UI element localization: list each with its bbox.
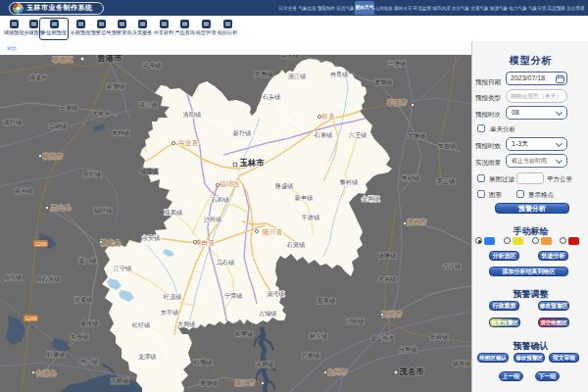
svg-text:金山街道: 金山街道 [370,334,395,342]
svg-text:茶山镇: 茶山镇 [437,177,456,184]
svg-text:武乐镇: 武乐镇 [142,62,162,69]
svg-text:林尘镇: 林尘镇 [309,332,328,339]
svg-text:笕岭镇: 笕岭镇 [430,333,449,341]
svg-text:洛阳镇: 洛阳镇 [183,111,202,119]
svg-text:龙门镇: 龙门镇 [78,257,97,264]
svg-text:沙田镇: 沙田镇 [346,318,365,325]
svg-text:宁潭镇: 宁潭镇 [224,292,243,300]
svg-text:龙潭镇: 龙潭镇 [138,353,157,361]
svg-text:古丁镇: 古丁镇 [443,263,462,270]
svg-text:玉林市: 玉林市 [239,158,265,168]
svg-text:新圩镇: 新圩镇 [232,129,252,136]
svg-text:浪江镇: 浪江镇 [288,73,307,80]
svg-text:贵港市: 贵港市 [96,55,122,63]
svg-text:G209: G209 [34,241,46,247]
svg-text:清湾镇: 清湾镇 [267,290,285,298]
svg-text:福旺镇: 福旺镇 [94,207,113,215]
svg-text:泉水镇: 泉水镇 [80,319,99,326]
svg-text:化州市: 化州市 [327,368,348,376]
svg-text:石颈镇: 石颈镇 [193,359,213,367]
svg-text:东平镇: 东平镇 [161,309,179,316]
svg-text:兴业县: 兴业县 [178,139,199,147]
svg-text:岑溪市: 岑溪市 [387,98,408,107]
svg-text:河唇镇: 河唇镇 [256,361,274,368]
svg-text:城隍镇: 城隍镇 [140,168,159,174]
svg-text:横州市: 横州市 [43,152,64,161]
svg-text:茂名市: 茂名市 [398,367,424,376]
svg-text:三堡镇: 三堡镇 [388,60,407,67]
svg-text:乐民镇: 乐民镇 [83,171,102,177]
svg-text:那务镇: 那务镇 [318,297,336,305]
svg-text:南圩镇: 南圩镇 [4,119,23,125]
svg-text:博白县: 博白县 [195,239,216,247]
svg-text:浦北县: 浦北县 [101,239,122,247]
svg-text:黎村镇: 黎村镇 [340,178,359,186]
svg-text:罗秀镇: 罗秀镇 [255,71,273,78]
svg-text:自良镇: 自良镇 [330,71,349,78]
svg-text:镇隆镇: 镇隆镇 [377,252,397,259]
svg-text:石和镇: 石和镇 [211,196,230,204]
svg-text:隆盛镇: 隆盛镇 [275,182,294,190]
svg-text:石头镇: 石头镇 [262,93,281,101]
svg-text:古城镇: 古城镇 [259,310,277,318]
svg-text:覃塘区: 覃塘区 [53,56,74,63]
svg-text:南乡镇: 南乡镇 [15,187,33,194]
svg-text:砚珠镇: 砚珠镇 [453,360,471,368]
svg-text:官桥镇: 官桥镇 [302,352,320,359]
svg-text:大垌镇: 大垌镇 [177,320,196,327]
svg-text:高州市: 高州市 [382,310,403,318]
svg-text:大井镇: 大井镇 [378,275,397,282]
svg-text:石窝镇: 石窝镇 [286,241,306,249]
svg-text:石康镇: 石康镇 [46,351,66,359]
svg-text:G209: G209 [24,316,36,321]
svg-text:波塘镇: 波塘镇 [374,78,393,86]
svg-text:新塘镇: 新塘镇 [106,82,125,90]
svg-text:江宁镇: 江宁镇 [114,265,132,272]
svg-text:张黄镇: 张黄镇 [74,296,93,304]
svg-text:双凤镇: 双凤镇 [165,209,183,216]
svg-text:镇龙乡: 镇龙乡 [28,74,48,80]
svg-text:雅塘镇: 雅塘镇 [200,379,219,387]
svg-text:沙田镇: 沙田镇 [204,216,222,223]
svg-text:湛江镇: 湛江镇 [139,101,158,109]
svg-text:高桥镇: 高桥镇 [111,377,129,384]
svg-text:旺茂镇: 旺茂镇 [164,293,182,300]
svg-text:平政镇: 平政镇 [301,214,320,220]
svg-text:合浦县: 合浦县 [36,369,57,377]
svg-text:大岭乡: 大岭乡 [92,110,111,117]
svg-text:新丰镇: 新丰镇 [294,194,314,201]
svg-text:廉江市: 廉江市 [235,378,256,387]
svg-text:白石水镇: 白石水镇 [36,275,62,283]
svg-text:木梓镇: 木梓镇 [112,129,130,136]
svg-text:金垌镇: 金垌镇 [362,195,380,202]
svg-text:石寨镇: 石寨镇 [314,131,333,139]
svg-text:分界镇: 分界镇 [399,346,417,353]
svg-text:伯劳镇: 伯劳镇 [4,273,23,281]
svg-text:马岭镇: 马岭镇 [49,122,68,129]
svg-text:乌石镇: 乌石镇 [217,259,235,267]
svg-text:福绵区: 福绵区 [220,180,240,188]
svg-text:灵山县: 灵山县 [51,204,72,212]
svg-text:松旺镇: 松旺镇 [132,321,151,328]
svg-text:容县: 容县 [321,113,335,120]
svg-text:加益镇: 加益镇 [438,142,457,149]
svg-text:朱砂镇: 朱砂镇 [402,174,420,181]
svg-text:大隆镇: 大隆镇 [408,132,426,139]
svg-text:陆川县: 陆川县 [263,228,283,235]
svg-text:信宜市: 信宜市 [407,218,427,226]
svg-text:六王镇: 六王镇 [349,131,368,138]
svg-text:和寮镇: 和寮镇 [234,330,254,337]
svg-text:常乐镇: 常乐镇 [71,333,89,340]
svg-text:云表镇: 云表镇 [60,104,78,111]
svg-text:闸口镇: 闸口镇 [80,358,99,366]
svg-text:永安镇: 永安镇 [142,234,161,241]
